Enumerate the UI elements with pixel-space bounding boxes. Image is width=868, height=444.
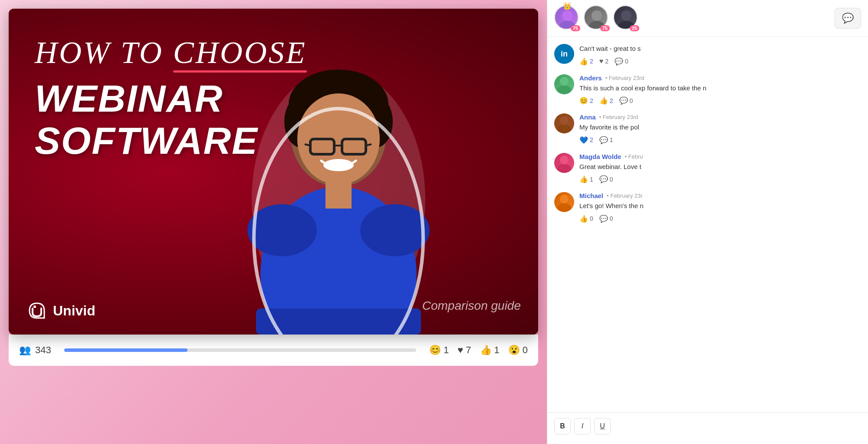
underline-button[interactable]: U (594, 418, 611, 434)
svg-point-21 (592, 10, 602, 21)
chat-top-bar: 👑 75 75 25 💬 (547, 0, 868, 37)
msg-reaction-comment-1[interactable]: 💬 0 (615, 57, 628, 66)
svg-point-27 (560, 116, 569, 125)
msg-content-3: Anna • February 23rd My favorite is the … (579, 113, 861, 144)
svg-point-30 (557, 164, 571, 173)
svg-point-23 (621, 10, 631, 21)
svg-point-26 (557, 86, 571, 94)
msg-text-3: My favorite is the pol (579, 123, 861, 133)
attendees-icon: 👥 (19, 345, 31, 356)
msg-reaction-heart-1[interactable]: ♥ 2 (599, 57, 608, 65)
msg-reactions-2: 😊 2 👍 2 💬 0 (579, 96, 861, 105)
msg-reaction-like-1[interactable]: 👍 2 (579, 57, 593, 66)
chat-message-5: Michael • February 23r Let's go! When's … (554, 192, 861, 223)
msg-text-1: Can't wait - great to s (579, 44, 861, 54)
crown-icon: 👑 (563, 2, 572, 10)
chat-input-bar: B I U (547, 412, 868, 444)
reaction-like[interactable]: 👍 1 (480, 345, 500, 356)
chat-messages: in Can't wait - great to s 👍 2 ♥ 2 (547, 37, 868, 412)
heart-count: 7 (466, 345, 471, 356)
like-emoji: 👍 (480, 345, 492, 356)
heart-emoji: ♥ (457, 345, 463, 356)
msg-reaction-like-4[interactable]: 👍 1 (579, 175, 593, 183)
chat-message-1: in Can't wait - great to s 👍 2 ♥ 2 (554, 44, 861, 66)
badge-count-3: 25 (630, 25, 639, 31)
chat-message-4: Magda Wolde • Febru Great webinar. Love … (554, 153, 861, 184)
svg-point-25 (560, 77, 569, 86)
video-person (230, 65, 447, 335)
wow-emoji: 😮 (508, 345, 520, 356)
svg-point-19 (562, 10, 572, 21)
avatar-badge-2[interactable]: 75 (584, 5, 610, 31)
msg-reaction-like-2[interactable]: 👍 2 (599, 96, 613, 105)
svg-point-18 (33, 305, 36, 308)
msg-author-4: Magda Wolde (579, 153, 621, 160)
msg-avatar-4 (554, 153, 574, 173)
msg-date-3: • February 23rd (599, 114, 638, 120)
msg-content-2: Anders • February 23rd This is such a co… (579, 74, 861, 105)
bold-button[interactable]: B (554, 418, 571, 434)
msg-reaction-comment-5[interactable]: 💬 0 (599, 215, 613, 223)
svg-point-28 (557, 125, 571, 133)
msg-content-1: Can't wait - great to s 👍 2 ♥ 2 💬 0 (579, 44, 861, 66)
msg-author-3: Anna (579, 113, 596, 121)
msg-avatar-3 (554, 113, 574, 133)
msg-header-4: Magda Wolde • Febru (579, 153, 861, 160)
univid-logo-icon (26, 300, 48, 321)
msg-text-2: This is such a cool exp forward to take … (579, 83, 861, 93)
chat-tab-icon: 💬 (842, 13, 854, 24)
wow-count: 0 (523, 345, 528, 356)
msg-reaction-like-5[interactable]: 👍 0 (579, 215, 593, 223)
msg-date-2: • February 23rd (605, 75, 644, 81)
comparison-guide-text: Comparison guide (422, 299, 521, 313)
reactions-bar: 😊 1 ♥ 7 👍 1 😮 0 (429, 345, 528, 356)
svg-point-13 (247, 204, 317, 256)
avatar-badge-1[interactable]: 👑 75 (554, 5, 580, 31)
attendees-count: 👥 343 (19, 345, 51, 356)
smile-count: 1 (444, 345, 449, 356)
msg-reaction-comment-2[interactable]: 💬 0 (619, 96, 633, 105)
svg-point-14 (360, 204, 430, 256)
msg-reaction-heart-3[interactable]: 💙 2 (579, 136, 593, 144)
video-wrapper: HOW TO CHOOSE WEBINAR SOFTWARE (9, 9, 538, 335)
reaction-smile[interactable]: 😊 1 (429, 345, 449, 356)
chat-message-2: Anders • February 23rd This is such a co… (554, 74, 861, 105)
msg-text-5: Let's go! When's the n (579, 201, 861, 211)
univid-logo: Univid (26, 300, 95, 321)
reaction-wow[interactable]: 😮 0 (508, 345, 528, 356)
reaction-heart[interactable]: ♥ 7 (457, 345, 471, 356)
msg-author-5: Michael (579, 192, 603, 199)
msg-header-2: Anders • February 23rd (579, 74, 861, 82)
msg-date-4: • Febru (625, 153, 643, 160)
avatar-badge-3[interactable]: 25 (613, 5, 639, 31)
msg-reactions-1: 👍 2 ♥ 2 💬 0 (579, 57, 861, 66)
main-container: HOW TO CHOOSE WEBINAR SOFTWARE (0, 0, 868, 444)
svg-point-31 (560, 195, 569, 203)
msg-reactions-4: 👍 1 💬 0 (579, 175, 861, 183)
video-bottom-bar: 👥 343 😊 1 ♥ 7 👍 1 (9, 335, 538, 366)
svg-rect-16 (256, 308, 421, 335)
msg-header-3: Anna • February 23rd (579, 113, 861, 121)
svg-point-29 (560, 156, 569, 164)
msg-reaction-comment-4[interactable]: 💬 0 (599, 175, 613, 183)
univid-logo-text: Univid (53, 303, 95, 319)
msg-reaction-comment-3[interactable]: 💬 1 (599, 136, 613, 144)
msg-text-4: Great webinar. Love t (579, 162, 861, 172)
chat-formatting-toolbar: B I U (554, 418, 861, 439)
msg-reaction-smile-2[interactable]: 😊 2 (579, 96, 593, 105)
progress-bar[interactable] (64, 348, 416, 352)
svg-rect-15 (326, 182, 352, 209)
chat-tab-button[interactable]: 💬 (835, 8, 861, 29)
svg-point-32 (557, 203, 571, 212)
msg-reactions-5: 👍 0 💬 0 (579, 215, 861, 223)
chat-panel: 👑 75 75 25 💬 (547, 0, 868, 444)
msg-content-4: Magda Wolde • Febru Great webinar. Love … (579, 153, 861, 184)
msg-content-5: Michael • February 23r Let's go! When's … (579, 192, 861, 223)
msg-avatar-5 (554, 192, 574, 212)
italic-button[interactable]: I (574, 418, 591, 434)
video-panel: HOW TO CHOOSE WEBINAR SOFTWARE (0, 0, 547, 444)
badge-count-2: 75 (600, 25, 610, 31)
attendees-number: 343 (35, 345, 51, 356)
msg-author-2: Anders (579, 74, 602, 82)
like-count: 1 (494, 345, 500, 356)
